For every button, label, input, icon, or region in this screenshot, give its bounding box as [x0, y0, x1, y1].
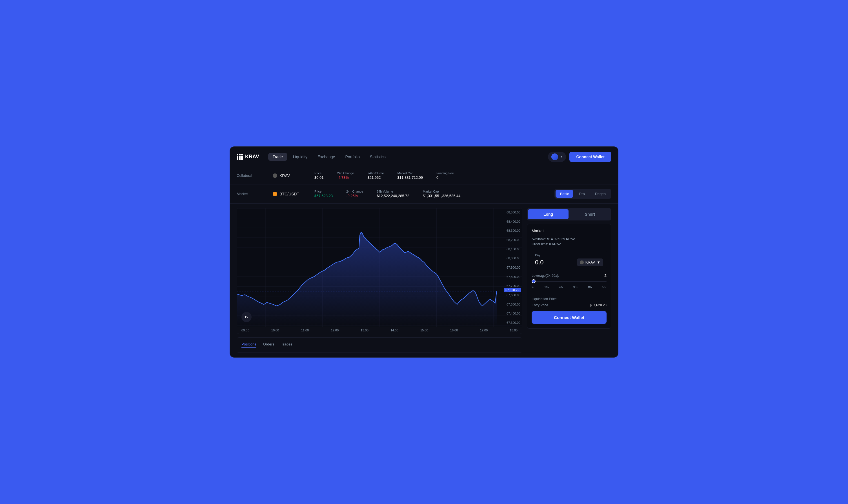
tab-trades[interactable]: Trades [281, 342, 292, 348]
x-label-6: 15:00 [420, 329, 428, 332]
collateral-funding-value: 0 [436, 175, 454, 180]
market-pair-name: BTC/USDT [280, 192, 299, 196]
market-bar: Market BTC/USDT Price $67,628.23 24h Cha… [230, 184, 618, 203]
lang-avatar [551, 154, 558, 160]
long-short-tabs: Long Short [527, 208, 611, 220]
collateral-change-stat: 24h Change -4.73% [337, 172, 354, 180]
connect-wallet-button-main[interactable]: Connect Wallet [532, 311, 606, 324]
nav-item-portfolio[interactable]: Portfolio [341, 153, 364, 161]
y-label-7: 67,800.00 [501, 275, 520, 278]
entry-price-row: Entry Price $67,628.23 [532, 303, 606, 307]
header-right: ▼ Connect Wallet [548, 152, 611, 162]
main-content: 68,500.00 68,400.00 68,300.00 68,200.00 … [230, 203, 618, 357]
nav-item-exchange[interactable]: Exchange [313, 153, 339, 161]
nav: Trade Liquidity Exchange Portfolio Stati… [268, 153, 390, 161]
btc-icon [273, 192, 277, 196]
leverage-header: Leverage(2x-50x): 2 [532, 273, 606, 278]
collateral-pair: KRAV [273, 174, 301, 178]
x-label-8: 17:00 [480, 329, 488, 332]
collateral-volume-stat: 24h Volume $21,962 [368, 172, 384, 180]
krav-icon [273, 174, 277, 178]
token-chevron-icon: ▼ [597, 260, 600, 264]
market-label: Market [237, 192, 259, 196]
header-left: KRAV Trade Liquidity Exchange Portfolio … [237, 153, 390, 161]
y-label-9: 67,600.00 [501, 293, 520, 297]
x-label-4: 13:00 [360, 329, 369, 332]
token-selector[interactable]: KRAV ▼ [577, 258, 603, 266]
long-button[interactable]: Long [528, 209, 568, 219]
collateral-change-label: 24h Change [337, 172, 354, 175]
x-label-0: 09:00 [242, 329, 249, 332]
market-volume-label: 24h Volume [377, 190, 409, 193]
divider [532, 293, 606, 293]
leverage-section: Leverage(2x-50x): 2 2x 10x 20x 30x 40x 5… [532, 273, 606, 289]
token-name: KRAV [585, 260, 595, 264]
logo-text: KRAV [245, 154, 259, 160]
entry-price-label: Entry Price [532, 303, 548, 307]
tab-orders[interactable]: Orders [263, 342, 275, 348]
leverage-ticks: 2x 10x 20x 30x 40x 50x [532, 286, 606, 289]
chart-y-labels: 68,500.00 68,400.00 68,300.00 68,200.00 … [499, 208, 522, 327]
chart-svg [237, 208, 522, 327]
market-change-value: -0.25% [346, 194, 363, 198]
collateral-price-stat: Price $0.01 [314, 172, 324, 180]
y-label-6: 67,900.00 [501, 266, 520, 269]
collateral-volume-label: 24h Volume [368, 172, 384, 175]
market-price-value: $67,628.23 [314, 194, 333, 198]
market-marketcap-stat: Market Cap $1,331,551,326,535.44 [423, 190, 461, 198]
order-type-label: Market [532, 229, 606, 233]
tradingview-logo: TV [242, 312, 252, 322]
market-mode-buttons: Basic Pro Degen [554, 189, 611, 199]
collateral-change-value: -4.73% [337, 175, 354, 180]
market-marketcap-value: $1,331,551,326,535.44 [423, 194, 461, 198]
mode-btn-degen[interactable]: Degen [590, 190, 610, 198]
x-label-9: 18:00 [510, 329, 517, 332]
current-price-label: 67,628.22 [504, 288, 521, 292]
y-label-1: 68,400.00 [501, 220, 520, 223]
collateral-marketcap-label: Market Cap [398, 172, 423, 175]
tick-40x: 40x [588, 286, 592, 289]
pay-input-row: 0.0 KRAV ▼ [535, 258, 603, 266]
collateral-marketcap-stat: Market Cap $11,831,712.09 [398, 172, 423, 180]
market-price-stat: Price $67,628.23 [314, 190, 333, 198]
market-marketcap-label: Market Cap [423, 190, 461, 193]
y-label-0: 68,500.00 [501, 211, 520, 214]
lang-selector[interactable]: ▼ [548, 152, 566, 162]
nav-item-trade[interactable]: Trade [268, 153, 287, 161]
y-label-10: 67,500.00 [501, 303, 520, 306]
mode-btn-basic[interactable]: Basic [555, 190, 573, 198]
tick-30x: 30x [573, 286, 578, 289]
short-button[interactable]: Short [570, 209, 610, 219]
connect-wallet-button-header[interactable]: Connect Wallet [569, 152, 611, 162]
collateral-price-label: Price [314, 172, 324, 175]
collateral-funding-label: Funding Fee [436, 172, 454, 175]
available-info: Available: 514.925229 KRAV Order limit: … [532, 237, 606, 246]
header: KRAV Trade Liquidity Exchange Portfolio … [230, 147, 618, 167]
leverage-label: Leverage(2x-50x): [532, 274, 559, 277]
collateral-marketcap-value: $11,831,712.09 [398, 175, 423, 180]
collateral-price-value: $0.01 [314, 175, 324, 180]
pay-section: Pay 0.0 KRAV ▼ [532, 250, 606, 269]
leverage-slider[interactable] [532, 281, 606, 282]
mode-btn-pro[interactable]: Pro [575, 190, 589, 198]
tabs-section: Positions Orders Trades [237, 337, 522, 353]
entry-price-value: $67,628.23 [590, 303, 606, 307]
chevron-down-icon: ▼ [560, 155, 563, 158]
app-container: KRAV Trade Liquidity Exchange Portfolio … [230, 146, 618, 358]
nav-item-liquidity[interactable]: Liquidity [288, 153, 312, 161]
tab-positions[interactable]: Positions [242, 342, 257, 348]
chart-container: 68,500.00 68,400.00 68,300.00 68,200.00 … [237, 208, 522, 334]
collateral-funding-stat: Funding Fee 0 [436, 172, 454, 180]
chart-x-labels: 09:00 10:00 11:00 12:00 13:00 14:00 15:0… [237, 327, 522, 334]
y-label-4: 68,100.00 [501, 248, 520, 251]
collateral-pair-name: KRAV [280, 174, 290, 178]
nav-item-statistics[interactable]: Statistics [366, 153, 390, 161]
right-panel: Long Short Market Available: 514.925229 … [527, 208, 611, 353]
liquidation-price-row: Liquidation Price — [532, 297, 606, 301]
pay-amount[interactable]: 0.0 [535, 259, 544, 266]
price-info: Liquidation Price — Entry Price $67,628.… [532, 297, 606, 307]
collateral-bar: Collateral KRAV Price $0.01 24h Change -… [230, 167, 618, 184]
y-label-11: 67,400.00 [501, 312, 520, 315]
available-text: Available: 514.925229 KRAV [532, 237, 606, 241]
krav-token-icon [580, 260, 584, 264]
